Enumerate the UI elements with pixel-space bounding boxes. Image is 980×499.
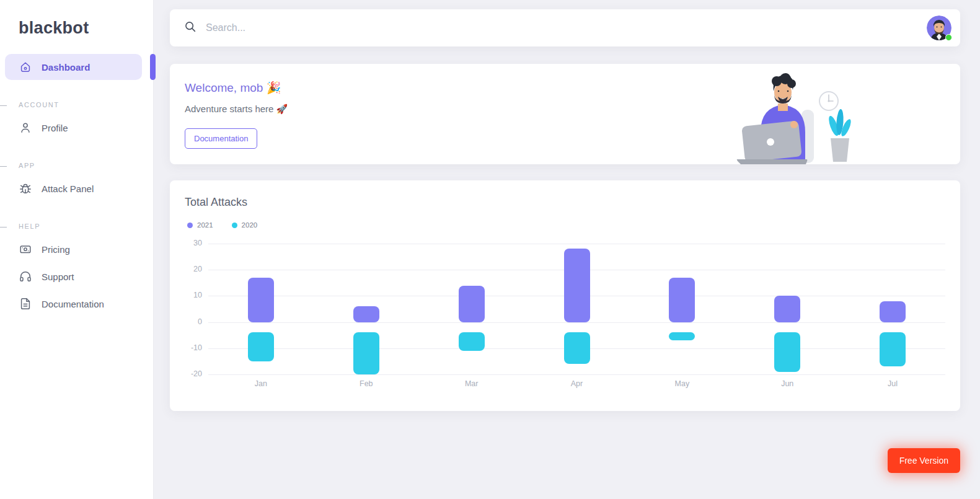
total-attacks-card: Total Attacks 20212020 3020100-10-20JanF… — [170, 180, 960, 411]
chart-legend: 20212020 — [187, 221, 945, 229]
x-axis-label: Mar — [465, 379, 479, 388]
sidebar-item-attack-panel[interactable]: Attack Panel — [5, 175, 143, 201]
headset-icon — [19, 270, 32, 283]
bar-2021-mar[interactable] — [459, 286, 485, 322]
nav-section-app: APP — [0, 162, 153, 169]
main-content: Welcome, mob 🎉 Adventure starts here 🚀 D… — [154, 0, 980, 411]
section-dash — [0, 227, 7, 227]
bar-2021-jun[interactable] — [774, 296, 800, 322]
section-label: HELP — [19, 223, 40, 230]
sidebar-item-label: Support — [42, 272, 74, 282]
clock-icon — [819, 92, 838, 110]
sidebar-item-pricing[interactable]: Pricing — [5, 236, 143, 262]
user-icon — [19, 121, 32, 135]
bar-2020-jun[interactable] — [774, 332, 800, 371]
sidebar-item-label: Pricing — [42, 244, 70, 255]
search-input[interactable] — [206, 22, 927, 33]
gridline — [208, 322, 945, 323]
bar-2020-jul[interactable] — [880, 332, 906, 366]
sidebar-item-label: Dashboard — [42, 62, 90, 73]
sidebar-nav: DashboardACCOUNTProfileAPPAttack PanelHE… — [0, 54, 153, 317]
free-version-button[interactable]: Free Version — [888, 448, 960, 473]
avatar[interactable] — [927, 15, 951, 40]
workspace-illustration — [730, 65, 870, 164]
plant — [827, 109, 853, 162]
x-axis-label: Apr — [571, 379, 583, 388]
section-dash — [0, 105, 7, 106]
file-text-icon — [19, 297, 32, 311]
section-dash — [0, 166, 7, 167]
y-axis-tick: -20 — [181, 369, 202, 378]
home-icon — [19, 60, 32, 74]
sidebar-item-label: Attack Panel — [42, 183, 94, 194]
section-label: ACCOUNT — [19, 101, 60, 108]
gridline — [208, 244, 945, 244]
y-axis-tick: 0 — [181, 317, 202, 326]
bar-2020-apr[interactable] — [564, 332, 590, 364]
cash-icon — [19, 242, 32, 256]
bar-chart-plot: 3020100-10-20JanFebMarAprMayJunJul — [208, 244, 945, 392]
bar-2020-feb[interactable] — [353, 332, 379, 374]
sidebar-item-documentation[interactable]: Documentation — [5, 291, 143, 317]
legend-label: 2020 — [242, 221, 258, 229]
legend-label: 2021 — [197, 221, 213, 229]
bar-2021-jul[interactable] — [880, 301, 906, 322]
sidebar-item-profile[interactable]: Profile — [5, 115, 143, 141]
welcome-card: Welcome, mob 🎉 Adventure starts here 🚀 D… — [170, 64, 960, 164]
x-axis-label: Feb — [360, 379, 373, 388]
active-indicator — [150, 54, 156, 80]
bar-2021-jan[interactable] — [248, 278, 274, 322]
y-axis-tick: 20 — [181, 265, 202, 273]
x-axis-label: Jan — [255, 379, 267, 388]
sidebar-item-support[interactable]: Support — [5, 263, 143, 289]
bar-2020-jan[interactable] — [248, 332, 274, 361]
y-axis-tick: 10 — [181, 291, 202, 299]
x-axis-label: May — [675, 379, 690, 388]
search-icon — [183, 20, 197, 36]
y-axis-tick: -10 — [181, 343, 202, 352]
legend-item-2021[interactable]: 2021 — [187, 221, 213, 229]
bar-2021-may[interactable] — [669, 278, 695, 322]
bar-2021-feb[interactable] — [353, 306, 379, 322]
bar-2021-apr[interactable] — [564, 249, 590, 322]
legend-dot — [187, 223, 193, 228]
x-axis-label: Jun — [781, 379, 793, 388]
documentation-button[interactable]: Documentation — [185, 128, 257, 149]
y-axis-tick: 30 — [181, 239, 202, 247]
sidebar-item-dashboard[interactable]: Dashboard — [5, 54, 142, 80]
sidebar: blackbot DashboardACCOUNTProfileAPPAttac… — [0, 0, 154, 499]
legend-dot — [232, 223, 237, 228]
sidebar-item-label: Documentation — [42, 299, 104, 309]
nav-section-help: HELP — [0, 223, 153, 230]
search-bar — [170, 9, 960, 46]
bar-2020-mar[interactable] — [459, 332, 485, 351]
x-axis-label: Jul — [888, 379, 898, 388]
chart-title: Total Attacks — [185, 196, 945, 209]
online-status-dot — [945, 34, 952, 41]
gridline — [208, 374, 945, 375]
section-label: APP — [19, 162, 35, 169]
bug-icon — [19, 182, 32, 195]
app-logo: blackbot — [0, 0, 153, 38]
nav-section-account: ACCOUNT — [0, 101, 153, 108]
bar-2020-may[interactable] — [669, 332, 695, 340]
legend-item-2020[interactable]: 2020 — [232, 221, 258, 229]
sidebar-item-label: Profile — [42, 123, 68, 133]
